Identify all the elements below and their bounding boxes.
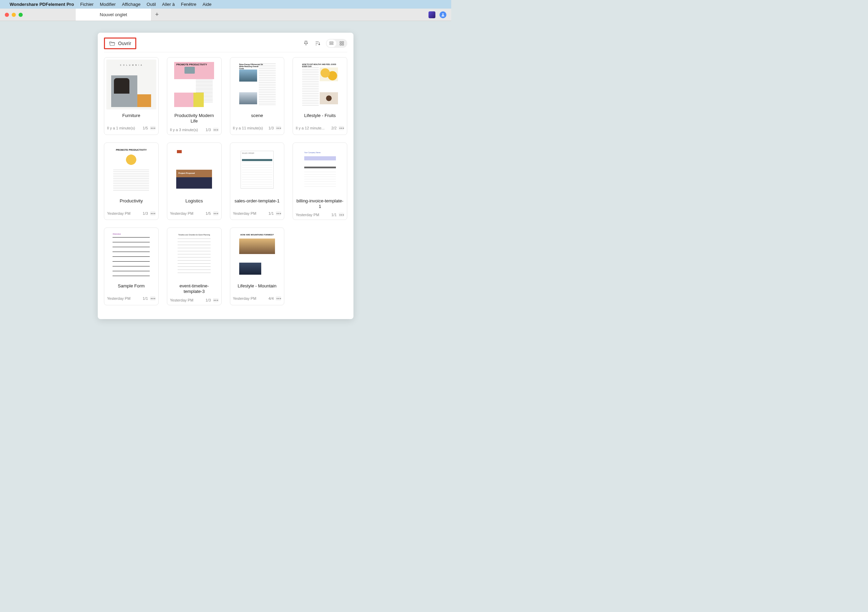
more-icon[interactable]: •••: [150, 211, 155, 215]
file-card[interactable]: PROMOTE PRODUCTIVITYProductivityYesterda…: [104, 143, 159, 220]
file-pages: 1/5: [143, 126, 148, 130]
pin-icon[interactable]: [302, 40, 309, 47]
more-icon[interactable]: •••: [213, 211, 219, 215]
file-card[interactable]: Your Company Namebilling-invoice-templat…: [293, 143, 347, 220]
file-pages: 1/1: [143, 296, 148, 301]
file-title: scene: [232, 113, 282, 122]
file-time: Yesterday PM: [107, 211, 130, 215]
svg-rect-5: [340, 44, 341, 45]
more-icon[interactable]: •••: [339, 126, 344, 130]
file-pages: 1/3: [143, 211, 148, 215]
file-pages: 1/3: [268, 126, 274, 130]
tab-label: Nouvel onglet: [100, 12, 127, 17]
file-pages: 1/1: [268, 211, 274, 215]
file-meta: Yesterday PM1/1•••: [232, 211, 282, 215]
file-meta: Il y a 12 minute...2/2•••: [295, 126, 345, 130]
file-card[interactable]: C O L U M B I AFurnitureIl y a 1 minute(…: [104, 57, 159, 135]
more-icon[interactable]: •••: [213, 298, 219, 302]
user-avatar-icon[interactable]: [440, 11, 446, 18]
app-window: Nouvel onglet + Ouvrir: [0, 9, 451, 318]
divider: [104, 52, 347, 52]
more-icon[interactable]: •••: [213, 128, 219, 132]
file-time: Yesterday PM: [170, 211, 194, 215]
grid-view-button[interactable]: [337, 40, 347, 47]
file-title: billing-invoice-template-1: [295, 198, 345, 210]
close-window-button[interactable]: [5, 13, 9, 17]
file-meta: Yesterday PM1/1•••: [295, 213, 345, 217]
file-meta: Yesterday PM1/3•••: [106, 211, 156, 215]
traffic-lights: [0, 13, 28, 17]
more-icon[interactable]: •••: [339, 213, 344, 217]
file-time: Yesterday PM: [233, 296, 256, 301]
file-meta: Il y a 3 minute(s)1/3•••: [169, 128, 219, 132]
more-icon[interactable]: •••: [150, 126, 155, 130]
more-icon[interactable]: •••: [276, 126, 281, 130]
svg-rect-4: [342, 42, 344, 43]
file-time: Yesterday PM: [296, 213, 319, 217]
file-title: Lifestyle - Mountain: [232, 283, 282, 293]
sort-icon[interactable]: [314, 40, 321, 47]
file-grid: C O L U M B I AFurnitureIl y a 1 minute(…: [104, 57, 347, 305]
file-time: Il y a 3 minute(s): [170, 128, 198, 132]
file-meta: Yesterday PM1/5•••: [169, 211, 219, 215]
svg-rect-2: [330, 44, 333, 45]
file-pages: 1/3: [206, 298, 211, 302]
file-meta: Il y a 11 minute(s)1/3•••: [232, 126, 282, 130]
ai-icon[interactable]: [428, 11, 436, 18]
file-time: Yesterday PM: [233, 211, 256, 215]
file-time: Yesterday PM: [107, 296, 130, 301]
open-file-button[interactable]: Ouvrir: [104, 37, 136, 49]
file-pages: 1/1: [332, 213, 336, 217]
more-icon[interactable]: •••: [276, 211, 281, 215]
app-name[interactable]: Wondershare PDFelement Pro: [9, 2, 74, 7]
file-meta: Yesterday PM1/3•••: [169, 298, 219, 302]
more-icon[interactable]: •••: [276, 296, 281, 301]
file-title: Lifestyle - Fruits: [295, 113, 345, 122]
menu-fenetre[interactable]: Fenêtre: [181, 2, 197, 7]
file-time: Il y a 12 minute...: [296, 126, 324, 130]
file-title: event-timeline-template-3: [169, 283, 219, 294]
file-pages: 1/5: [206, 211, 211, 215]
file-meta: Yesterday PM4/4•••: [232, 296, 282, 301]
titlebar-right: [428, 11, 451, 18]
menu-outil[interactable]: Outil: [147, 2, 156, 7]
svg-point-0: [442, 14, 443, 15]
toolbar-right: [302, 39, 347, 48]
more-icon[interactable]: •••: [150, 296, 155, 301]
file-card[interactable]: Timeline and Checklist for Event Plannin…: [167, 228, 222, 305]
open-button-label: Ouvrir: [118, 40, 131, 46]
file-time: Yesterday PM: [170, 298, 194, 302]
new-tab-button[interactable]: +: [152, 9, 163, 21]
view-toggle: [326, 39, 347, 48]
file-time: Il y a 1 minute(s): [107, 126, 135, 130]
menu-fichier[interactable]: Fichier: [80, 2, 94, 7]
minimize-window-button[interactable]: [12, 13, 16, 17]
zoom-window-button[interactable]: [19, 13, 23, 17]
tab-new[interactable]: Nouvel onglet: [76, 9, 152, 21]
macos-menubar: Wondershare PDFelement Pro Fichier Modif…: [0, 0, 451, 9]
menu-aide[interactable]: Aide: [203, 2, 212, 7]
file-pages: 1/3: [206, 128, 211, 132]
panel-toolbar: Ouvrir: [104, 37, 347, 50]
file-time: Il y a 11 minute(s): [233, 126, 263, 130]
file-card[interactable]: HOW TO EAT HEALTHY AND FEEL GOOD EVERY D…: [293, 57, 347, 135]
menu-affichage[interactable]: Affichage: [122, 2, 140, 7]
file-meta: Yesterday PM1/1•••: [106, 296, 156, 301]
file-card[interactable]: Raise Energy Efficiencies Up While Reduc…: [230, 57, 285, 135]
file-card[interactable]: PROMOTE PRODUCTIVITYProductivity Modern …: [167, 57, 222, 135]
folder-open-icon: [109, 40, 115, 46]
menu-modifier[interactable]: Modifier: [100, 2, 116, 7]
file-pages: 4/4: [268, 296, 274, 301]
recent-files-panel: Ouvrir C O L U M B: [98, 33, 353, 318]
svg-rect-6: [342, 44, 344, 45]
file-card[interactable]: SALES ORDERsales-order-template-1Yesterd…: [230, 143, 285, 220]
file-title: Productivity: [106, 198, 156, 208]
tab-strip: Nouvel onglet +: [76, 9, 163, 21]
file-card[interactable]: HOW ARE MOUNTAINS FORMED?Lifestyle - Mou…: [230, 228, 285, 305]
file-title: Productivity Modern Life: [169, 113, 219, 124]
list-view-button[interactable]: [327, 40, 336, 47]
file-card[interactable]: PANACEASample FormYesterday PM1/1•••: [104, 228, 159, 305]
file-meta: Il y a 1 minute(s)1/5•••: [106, 126, 156, 130]
file-card[interactable]: Project ProposalLogisticsYesterday PM1/5…: [167, 143, 222, 220]
menu-aller-a[interactable]: Aller à: [162, 2, 175, 7]
